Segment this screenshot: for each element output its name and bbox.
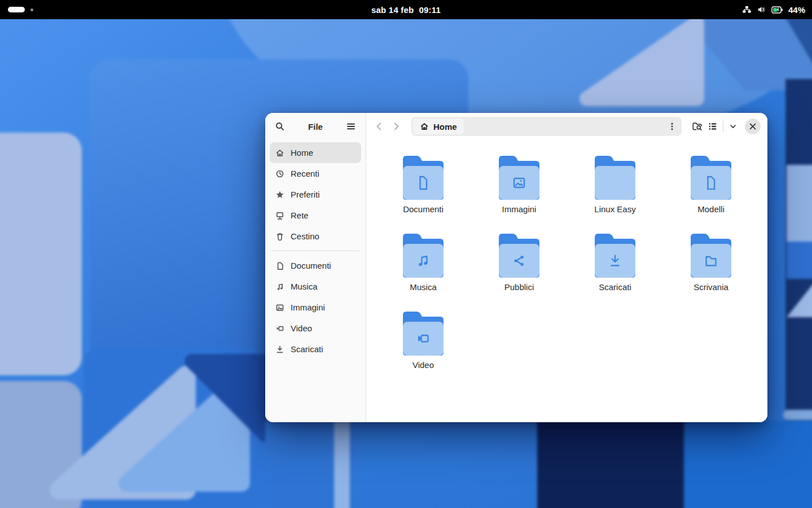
folder-icon: [592, 155, 638, 201]
sidebar-item-cestino[interactable]: Cestino: [270, 226, 361, 247]
hamburger-menu-icon[interactable]: [342, 117, 360, 135]
folder-label: Video: [412, 361, 434, 370]
main-pane: Home: [366, 113, 767, 422]
battery-percent: 44%: [788, 5, 805, 15]
clock[interactable]: sab 14 feb 09:11: [371, 5, 441, 15]
sidebar-item-label: Musica: [291, 282, 318, 291]
folder-icon: [401, 310, 446, 357]
sidebar-item-video[interactable]: Video: [270, 318, 361, 339]
folder-item-linux-easy[interactable]: Linux Easy: [567, 155, 663, 233]
sidebar: File HomeRecentiPreferitiReteCestino Doc…: [265, 113, 366, 422]
system-status-area[interactable]: 44%: [742, 5, 805, 15]
folder-label: Musica: [410, 283, 437, 292]
sidebar-item-preferiti[interactable]: Preferiti: [270, 184, 361, 205]
folder-item-modelli[interactable]: Modelli: [663, 155, 759, 233]
header-bar: Home: [366, 113, 767, 140]
network-display-icon: [275, 211, 284, 220]
sidebar-item-label: Immagini: [291, 303, 325, 312]
sidebar-item-home[interactable]: Home: [270, 142, 361, 163]
workspace-indicator-dot[interactable]: [30, 8, 33, 11]
view-options-chevron-icon[interactable]: [726, 118, 740, 135]
files-window: File HomeRecentiPreferitiReteCestino Doc…: [265, 113, 767, 422]
sidebar-item-immagini[interactable]: Immagini: [270, 297, 361, 318]
sidebar-item-label: Scaricati: [291, 344, 323, 354]
toolbar-separator: [723, 121, 723, 132]
sidebar-item-label: Video: [291, 323, 312, 333]
folder-icon: [688, 155, 734, 201]
folder-icon: [497, 155, 542, 201]
sidebar-item-label: Documenti: [291, 261, 331, 270]
search-button[interactable]: [271, 117, 289, 135]
folder-icon: [497, 233, 542, 279]
folder-label: Modelli: [697, 205, 725, 214]
sidebar-item-label: Preferiti: [291, 190, 320, 199]
forward-button[interactable]: [388, 118, 405, 135]
sidebar-item-recenti[interactable]: Recenti: [270, 163, 361, 184]
sidebar-item-documenti[interactable]: Documenti: [270, 255, 361, 276]
music-icon: [275, 282, 284, 291]
sidebar-item-label: Recenti: [291, 169, 319, 178]
clock-date: sab 14 feb: [371, 5, 414, 15]
folder-icon: [688, 233, 734, 279]
back-button[interactable]: [371, 118, 388, 135]
folder-label: Immagini: [502, 205, 537, 214]
clock-time: 09:11: [419, 5, 441, 15]
sidebar-item-musica[interactable]: Musica: [270, 276, 361, 297]
trash-icon: [275, 232, 284, 241]
folder-grid: Documenti Immagini Linux Easy Modelli Mu…: [366, 140, 767, 388]
sidebar-divider: [271, 251, 360, 251]
camcorder-icon: [275, 324, 284, 333]
path-bar[interactable]: Home: [411, 117, 682, 136]
folder-item-scrivania[interactable]: Scrivania: [663, 233, 759, 310]
battery-charging-icon: [771, 6, 783, 14]
close-button[interactable]: [745, 119, 761, 134]
sidebar-item-label: Cestino: [291, 231, 319, 241]
folder-item-pubblici[interactable]: Pubblici: [471, 233, 567, 310]
path-segment-home[interactable]: Home: [413, 119, 464, 134]
sidebar-header: File: [265, 113, 366, 140]
workspace-indicator-active[interactable]: [8, 7, 25, 12]
folder-icon: [401, 155, 446, 201]
folder-item-musica[interactable]: Musica: [375, 233, 471, 310]
sidebar-item-label: Home: [291, 148, 313, 157]
app-title: File: [289, 122, 342, 132]
folder-item-documenti[interactable]: Documenti: [375, 155, 471, 233]
path-label: Home: [433, 122, 457, 132]
sidebar-section-places: HomeRecentiPreferitiReteCestino: [265, 140, 366, 247]
list-view-button[interactable]: [705, 118, 720, 135]
folder-item-video[interactable]: Video: [375, 310, 471, 388]
kebab-menu-icon[interactable]: [664, 118, 681, 135]
network-icon: [742, 6, 752, 14]
sidebar-item-rete[interactable]: Rete: [270, 205, 361, 226]
folder-view[interactable]: Documenti Immagini Linux Easy Modelli Mu…: [366, 140, 767, 422]
volume-icon: [757, 5, 766, 14]
search-folder-button[interactable]: [688, 118, 705, 135]
folder-label: Scaricati: [599, 283, 631, 292]
folder-label: Linux Easy: [594, 205, 635, 214]
folder-label: Documenti: [403, 205, 444, 214]
folder-item-scaricati[interactable]: Scaricati: [567, 233, 663, 310]
home-icon: [275, 148, 284, 157]
folder-icon: [401, 233, 446, 279]
sidebar-item-label: Rete: [291, 211, 309, 220]
folder-icon: [592, 233, 638, 279]
folder-item-immagini[interactable]: Immagini: [471, 155, 567, 233]
clock-icon: [275, 169, 284, 178]
document-icon: [275, 261, 284, 270]
image-icon: [275, 303, 284, 312]
sidebar-item-scaricati[interactable]: Scaricati: [270, 339, 361, 360]
download-icon: [275, 345, 284, 354]
home-icon: [420, 122, 429, 131]
star-icon: [275, 190, 284, 199]
close-icon: [749, 123, 756, 130]
folder-label: Pubblici: [504, 283, 534, 292]
folder-label: Scrivania: [694, 283, 728, 292]
sidebar-section-folders: DocumentiMusicaImmaginiVideoScaricati: [265, 255, 366, 360]
top-bar: sab 14 feb 09:11: [0, 0, 812, 19]
